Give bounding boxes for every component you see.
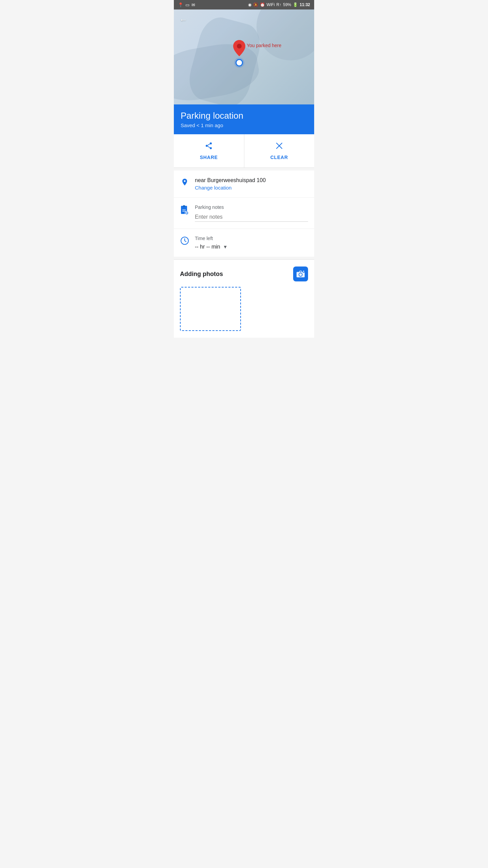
battery-icon: 🔋 <box>293 2 298 7</box>
notes-input[interactable] <box>195 213 308 222</box>
battery-percent: 59% <box>283 2 291 7</box>
share-icon <box>205 142 213 152</box>
clear-label: CLEAR <box>270 155 288 160</box>
saved-text: Saved < 1 min ago <box>181 122 307 128</box>
current-location-dot <box>236 59 243 66</box>
time-content: Time left -- hr -- min ▼ <box>195 236 308 250</box>
alarm-status-icon: ⏰ <box>260 2 265 7</box>
svg-point-10 <box>183 205 185 207</box>
add-photo-icon <box>296 270 305 278</box>
action-buttons-row: SHARE CLEAR <box>174 134 314 168</box>
map-area: ← You parked here <box>174 9 314 104</box>
svg-line-5 <box>208 146 210 147</box>
svg-point-0 <box>237 44 242 48</box>
time-selector[interactable]: -- hr -- min ▼ <box>195 244 308 250</box>
back-icon: ← <box>179 15 187 24</box>
notes-icon-container <box>180 205 189 215</box>
photos-section: Adding photos <box>174 259 314 338</box>
detail-section: near Burgerweeshuispad 100 Change locati… <box>174 171 314 257</box>
monitor-status-icon: ▭ <box>185 2 189 7</box>
change-location-link[interactable]: Change location <box>195 185 308 191</box>
signal-status-icon: R↑ <box>277 2 282 7</box>
svg-point-8 <box>184 180 186 182</box>
add-photo-button[interactable] <box>293 267 308 281</box>
time-label: Time left <box>195 236 308 241</box>
parking-title: Parking location <box>181 111 307 121</box>
photo-placeholder[interactable] <box>180 287 241 331</box>
maps-status-icon: 📍 <box>178 2 183 7</box>
map-pin-icon <box>233 40 245 56</box>
back-button[interactable]: ← <box>179 15 187 24</box>
location-pin-icon <box>181 178 189 186</box>
map-pin-container: You parked here <box>233 40 245 66</box>
notes-label: Parking notes <box>195 204 308 210</box>
svg-line-18 <box>185 241 186 242</box>
clock-icon <box>180 236 189 245</box>
location-row: near Burgerweeshuispad 100 Change locati… <box>174 171 314 198</box>
location-content: near Burgerweeshuispad 100 Change locati… <box>195 177 308 191</box>
dropdown-arrow-icon: ▼ <box>223 244 228 250</box>
parking-header: Parking location Saved < 1 min ago <box>174 104 314 134</box>
time-value: -- hr -- min <box>195 244 220 250</box>
svg-line-4 <box>208 144 210 145</box>
time-icon-container <box>180 236 189 245</box>
photos-title: Adding photos <box>180 271 223 278</box>
location-status-icon: ◉ <box>248 2 251 7</box>
share-label: SHARE <box>200 155 218 160</box>
time-row: Time left -- hr -- min ▼ <box>174 229 314 257</box>
status-bar-right: ◉ 🔕 ⏰ WiFi R↑ 59% 🔋 11:32 <box>248 2 310 7</box>
share-button[interactable]: SHARE <box>174 134 244 167</box>
status-bar: 📍 ▭ ✉ ◉ 🔕 ⏰ WiFi R↑ 59% 🔋 11:32 <box>174 0 314 9</box>
status-bar-left: 📍 ▭ ✉ <box>178 2 195 7</box>
silent-status-icon: 🔕 <box>253 2 258 7</box>
svg-point-3 <box>210 147 212 149</box>
photos-header: Adding photos <box>180 267 308 281</box>
notes-icon <box>180 205 189 215</box>
wifi-status-icon: WiFi <box>267 2 275 7</box>
svg-point-2 <box>206 145 208 147</box>
gmail-status-icon: ✉ <box>191 2 195 7</box>
notes-row: Parking notes <box>174 198 314 229</box>
clear-button[interactable]: CLEAR <box>244 134 314 167</box>
location-icon-container <box>180 178 189 186</box>
clear-icon <box>275 142 283 152</box>
clock-time: 11:32 <box>300 2 310 7</box>
svg-point-1 <box>210 142 212 144</box>
you-parked-label: You parked here <box>247 43 281 48</box>
notes-content: Parking notes <box>195 204 308 222</box>
address-text: near Burgerweeshuispad 100 <box>195 177 308 183</box>
